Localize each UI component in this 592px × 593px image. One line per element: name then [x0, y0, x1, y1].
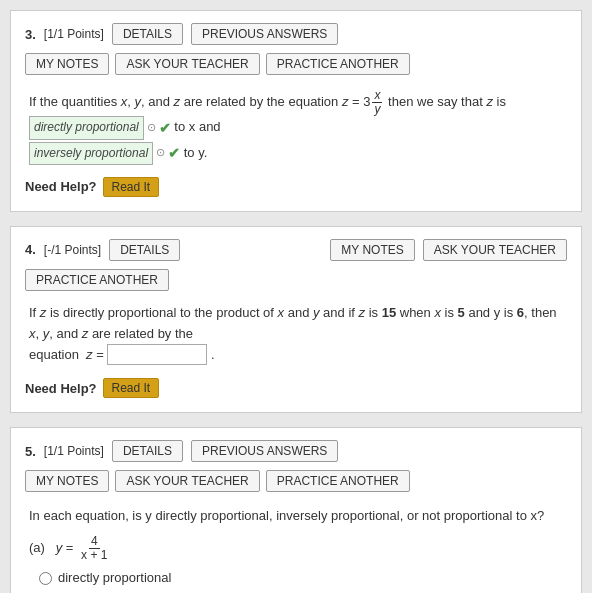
q4-equation-label: equation z =: [29, 347, 107, 362]
question-4-points: [-/1 Points]: [44, 243, 101, 257]
q5-radio-directly-input[interactable]: [39, 572, 52, 585]
q4-details-button[interactable]: DETAILS: [109, 239, 180, 261]
q4-period: .: [211, 347, 215, 362]
q3-details-button[interactable]: DETAILS: [112, 23, 183, 45]
q5-sub-a-radio-group: directly proportional inversely proporti…: [39, 568, 567, 593]
q3-practice-another-button[interactable]: PRACTICE ANOTHER: [266, 53, 410, 75]
q3-btn-row2: MY NOTES ASK YOUR TEACHER PRACTICE ANOTH…: [25, 53, 567, 75]
q5-sub-a-fraction: 4 x + 1: [79, 535, 109, 562]
question-4-body: If z is directly proportional to the pro…: [25, 299, 567, 370]
q3-read-it-button[interactable]: Read It: [103, 177, 160, 197]
q3-to-x-text: to x and: [174, 119, 220, 134]
question-3: 3. [1/1 Points] DETAILS PREVIOUS ANSWERS…: [10, 10, 582, 212]
q5-previous-answers-button[interactable]: PREVIOUS ANSWERS: [191, 440, 338, 462]
q4-val2: 5: [458, 305, 465, 320]
q3-need-help-label: Need Help?: [25, 179, 97, 194]
q4-practice-another-button[interactable]: PRACTICE ANOTHER: [25, 269, 169, 291]
q3-check-icon: ✔: [159, 117, 171, 139]
question-3-body: If the quantities x, y, and z are relate…: [25, 85, 567, 169]
q5-details-button[interactable]: DETAILS: [112, 440, 183, 462]
question-5-body: In each equation, is y directly proporti…: [25, 502, 567, 593]
question-5-points: [1/1 Points]: [44, 444, 104, 458]
q4-ask-teacher-button[interactable]: ASK YOUR TEACHER: [423, 239, 567, 261]
q5-btn-row2: MY NOTES ASK YOUR TEACHER PRACTICE ANOTH…: [25, 470, 567, 492]
q3-need-help: Need Help? Read It: [25, 177, 567, 197]
q5-radio-directly[interactable]: directly proportional: [39, 568, 567, 589]
q4-my-notes-button[interactable]: MY NOTES: [330, 239, 414, 261]
q4-equation-input[interactable]: [107, 344, 207, 365]
q3-circle2-icon: ⊙: [156, 144, 165, 162]
q5-intro: In each equation, is y directly proporti…: [29, 506, 567, 527]
q3-inversely-dropdown[interactable]: inversely proportional ⊙ ✔: [29, 142, 180, 165]
q3-body-text: If the quantities x, y, and z are relate…: [29, 94, 506, 109]
q5-my-notes-button[interactable]: MY NOTES: [25, 470, 109, 492]
q5-sub-a: (a) y = 4 x + 1 directly proportional in…: [29, 535, 567, 593]
q5-ask-teacher-button[interactable]: ASK YOUR TEACHER: [115, 470, 259, 492]
q4-need-help-label: Need Help?: [25, 381, 97, 396]
q5-sub-a-label: (a) y = 4 x + 1: [29, 535, 567, 562]
q3-previous-answers-button[interactable]: PREVIOUS ANSWERS: [191, 23, 338, 45]
q3-to-y-text: to y.: [184, 145, 208, 160]
q3-ask-teacher-button[interactable]: ASK YOUR TEACHER: [115, 53, 259, 75]
q5-practice-another-button[interactable]: PRACTICE ANOTHER: [266, 470, 410, 492]
q4-body-pre: If z is directly proportional to the pro…: [29, 305, 557, 341]
question-5-number: 5.: [25, 444, 36, 459]
q3-inversely-answer: inversely proportional: [29, 142, 153, 165]
q4-val1: 15: [382, 305, 396, 320]
question-5-header: 5. [1/1 Points] DETAILS PREVIOUS ANSWERS: [25, 440, 567, 462]
q3-directly-dropdown[interactable]: directly proportional ⊙ ✔: [29, 116, 171, 139]
q3-check2-icon: ✔: [168, 142, 180, 164]
q4-val3: 6: [517, 305, 524, 320]
question-3-number: 3.: [25, 27, 36, 42]
question-4-number: 4.: [25, 242, 36, 257]
question-4-header: 4. [-/1 Points] DETAILS MY NOTES ASK YOU…: [25, 239, 567, 291]
question-3-header: 3. [1/1 Points] DETAILS PREVIOUS ANSWERS: [25, 23, 567, 45]
q3-circle-icon: ⊙: [147, 119, 156, 137]
q4-need-help: Need Help? Read It: [25, 378, 567, 398]
q4-read-it-button[interactable]: Read It: [103, 378, 160, 398]
question-5: 5. [1/1 Points] DETAILS PREVIOUS ANSWERS…: [10, 427, 582, 593]
q5-radio-directly-label: directly proportional: [58, 568, 171, 589]
question-3-points: [1/1 Points]: [44, 27, 104, 41]
q3-my-notes-button[interactable]: MY NOTES: [25, 53, 109, 75]
question-4: 4. [-/1 Points] DETAILS MY NOTES ASK YOU…: [10, 226, 582, 413]
q3-directly-answer: directly proportional: [29, 116, 144, 139]
